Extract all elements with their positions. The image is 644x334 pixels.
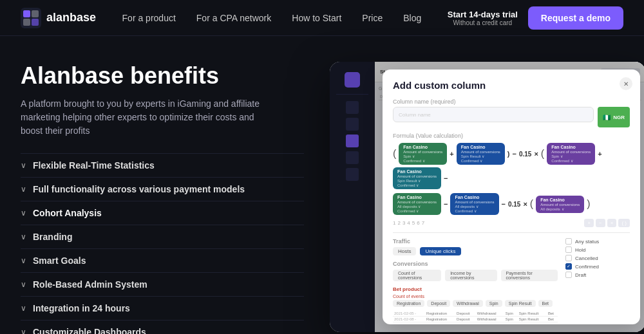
- bc1-3[interactable]: Withdrawal: [453, 300, 483, 307]
- left-panel: Alanbase benefits A platform brought to …: [21, 62, 304, 334]
- wd-cell: Withdrawal: [476, 311, 504, 317]
- cb-hold-box[interactable]: [565, 246, 572, 253]
- cb-draft[interactable]: Draft: [565, 272, 630, 278]
- conv-chip-3[interactable]: Payments for conversions: [501, 270, 558, 281]
- formula-times-btn[interactable]: ×: [607, 219, 617, 227]
- currency-chip[interactable]: 🇳🇬 NGR: [598, 107, 630, 127]
- chevron-icon-f6: ∨: [21, 280, 26, 289]
- fc2-title: Fan Casino: [461, 145, 500, 149]
- dialog-close-button[interactable]: ✕: [620, 77, 632, 90]
- fc5-confirm: Confirmed ∨: [397, 209, 437, 213]
- chevron-icon-f2: ∨: [21, 185, 26, 194]
- bet-sublabel1: Count of events: [393, 294, 558, 299]
- trial-label: Start 14-days trial: [448, 10, 518, 19]
- logo-text: alanbase: [46, 11, 96, 24]
- conv-chip-2[interactable]: Income by conversions: [445, 270, 497, 281]
- sr-cell2: Spin Result: [518, 317, 547, 322]
- conversions-label: Conversions: [393, 261, 558, 267]
- dep-cell: Deposit: [455, 311, 476, 317]
- nav-howto[interactable]: How to Start: [292, 13, 341, 23]
- right-panel: Statistics 12.12.2020 – ... Group by: Da…: [330, 62, 644, 334]
- formula-chip-5[interactable]: Fan Casino Amount of conversions All dep…: [393, 193, 441, 215]
- formula-num-2: 0.15: [508, 201, 520, 208]
- formula-paren-btn[interactable]: ( ): [618, 219, 630, 227]
- bc1-6[interactable]: Bet: [538, 300, 553, 307]
- formula-controls-row: 1 2 3 4 5 6 7 + − × ( ): [393, 219, 630, 227]
- feature-list: ∨ Flexible Real-Time Statistics ∨ Full f…: [21, 153, 304, 334]
- traffic-chip-clicks[interactable]: Unique clicks: [420, 247, 460, 255]
- formula-chip-3[interactable]: Fan Casino Amount of conversions Spin ∨ …: [547, 143, 595, 165]
- cb-any[interactable]: Any status: [565, 238, 630, 245]
- cb-draft-label: Draft: [575, 272, 586, 278]
- bc1-5[interactable]: Spin Result: [505, 300, 536, 307]
- formula-plus-btn[interactable]: +: [584, 219, 594, 227]
- cb-confirmed-box[interactable]: ✓: [565, 263, 572, 270]
- cb-draft-box[interactable]: [565, 272, 572, 278]
- nav-price[interactable]: Price: [362, 13, 383, 23]
- dialog-title: Add custom column: [393, 80, 630, 91]
- dialog-divider-1: [393, 232, 630, 233]
- demo-button[interactable]: Request a demo: [528, 6, 623, 30]
- fc2-confirm: Confirmed ∨: [461, 158, 500, 163]
- feature-item-f5[interactable]: ∨ Smart Goals: [21, 249, 304, 273]
- conv-chip-1[interactable]: Count of conversions: [393, 270, 441, 281]
- fc3-title: Fan Casino: [551, 145, 591, 149]
- fc4-select: Spin Result ∨: [397, 178, 437, 183]
- formula-chip-7[interactable]: Fan Casino Amount of conversions All dep…: [536, 196, 584, 213]
- feature-item-f7[interactable]: ∨ Integration in 24 hours: [21, 297, 304, 320]
- nav-blog[interactable]: Blog: [403, 13, 421, 23]
- cb-cancelled[interactable]: Cancelled: [565, 255, 630, 261]
- cb-any-box[interactable]: [565, 238, 572, 245]
- bc1-2[interactable]: Deposit: [427, 300, 450, 307]
- bc1-1[interactable]: Registration: [393, 300, 424, 307]
- bc1-4[interactable]: Spin: [486, 300, 502, 307]
- spin-cell2: Spin: [504, 317, 518, 322]
- navbar: alanbase For a product For a CPA network…: [0, 0, 644, 36]
- cb-confirmed[interactable]: ✓ Confirmed: [565, 263, 630, 270]
- formula-chip-1[interactable]: Fan Casino Amount of conversions Spin ∨ …: [399, 143, 447, 165]
- feature-label-f7: Integration in 24 hours: [33, 303, 130, 313]
- chevron-icon-f8: ∨: [21, 328, 26, 334]
- check-icon: ✓: [567, 264, 571, 269]
- page-1: 1: [393, 220, 395, 226]
- bet-chips-row1: Registration Deposit Withdrawal Spin Spi…: [393, 300, 558, 307]
- formula-op-close1: ): [507, 150, 510, 158]
- formula-minus-btn[interactable]: −: [596, 219, 605, 227]
- feature-item-f1[interactable]: ∨ Flexible Real-Time Statistics: [21, 153, 304, 178]
- fc6-select: All deposits ∨: [455, 204, 494, 209]
- cb-hold[interactable]: Hold: [565, 246, 630, 253]
- feature-item-f3[interactable]: ∨ Cohort Analysis: [21, 201, 304, 225]
- ui-mockup: Statistics 12.12.2020 – ... Group by: Da…: [330, 62, 644, 332]
- paren-open-2: (: [541, 149, 544, 159]
- status-checkboxes: Any status Hold Cancelled: [565, 238, 630, 278]
- formula-op-times1: ×: [534, 150, 538, 158]
- feature-item-f2[interactable]: ∨ Full functionality across various paym…: [21, 178, 304, 201]
- svg-rect-2: [32, 10, 39, 17]
- nav-cpa[interactable]: For a CPA network: [196, 13, 271, 23]
- feature-label-f6: Role-Based Admin System: [33, 279, 147, 290]
- formula-chip-2[interactable]: Fan Casino Amount of conversions Spin Re…: [457, 143, 505, 165]
- feature-item-f4[interactable]: ∨ Branding: [21, 225, 304, 249]
- fc7-select: All deposits ∨: [540, 207, 580, 211]
- fc6-title: Fan Casino: [455, 195, 494, 199]
- feature-item-f8[interactable]: ∨ Customizable Dashboards: [21, 320, 304, 334]
- cb-cancelled-box[interactable]: [565, 255, 572, 261]
- formula-row-2: Fan Casino Amount of conversions All dep…: [393, 193, 630, 215]
- fc6-confirm: Confirmed ∨: [455, 209, 494, 213]
- formula-op-times2: ×: [523, 200, 527, 208]
- mini-table-1: 2021-02-05 -RegistrationDepositWithdrawa…: [393, 311, 558, 322]
- traffic-chip-hosts[interactable]: Hosts: [393, 247, 416, 255]
- feature-item-f6[interactable]: ∨ Role-Based Admin System: [21, 273, 304, 297]
- column-name-input[interactable]: Column name: [393, 107, 594, 122]
- trial-button[interactable]: Start 14-days trial Without a credit car…: [448, 10, 518, 26]
- cb-confirmed-label: Confirmed: [575, 264, 599, 270]
- hero-title: Alanbase benefits: [21, 62, 304, 89]
- conv-chips: Count of conversions Income by conversio…: [393, 270, 558, 281]
- hero-subtitle: A platform brought to you by experts in …: [21, 97, 265, 138]
- logo[interactable]: alanbase: [21, 8, 96, 28]
- page-4: 4: [407, 220, 410, 226]
- nav-product[interactable]: For a product: [122, 13, 176, 23]
- formula-chip-4[interactable]: Fan Casino Amount of conversions Spin Re…: [393, 167, 441, 189]
- date-cell2: 2021-02-08 -: [393, 317, 425, 322]
- formula-chip-6[interactable]: Fan Casino Amount of conversions All dep…: [450, 193, 498, 215]
